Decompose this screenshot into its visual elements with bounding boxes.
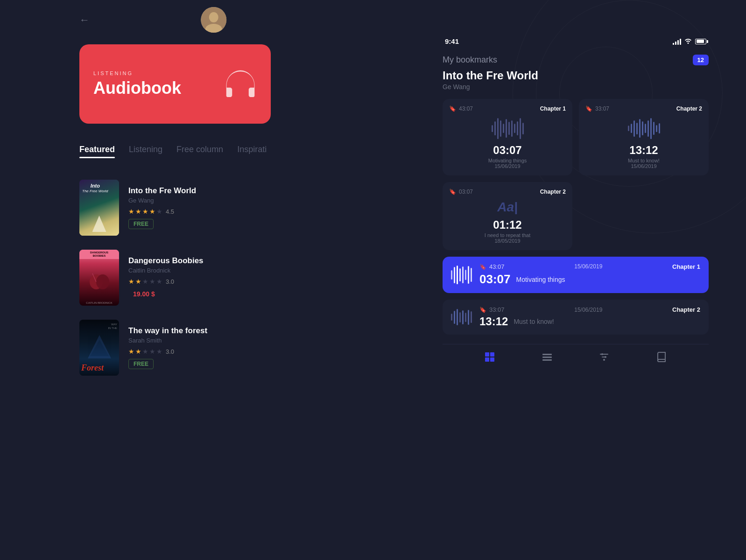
tab-listening[interactable]: Listening [129,145,162,158]
svg-rect-12 [542,354,552,355]
card-bookmark-info: 🔖 03:07 [449,189,473,195]
book-info-2: Dangerous Boobies Caitlin Brodnick ★ ★ ★… [128,256,280,299]
bookmarks-header: My bookmarks 12 [443,55,709,65]
svg-point-4 [96,274,109,289]
card-duration: 43:07 [459,105,473,112]
bookmark-icon: 🔖 [449,189,456,195]
avatar[interactable] [201,7,226,33]
waveform-2 [585,117,702,140]
right-panel: 9:41 My bookmarks 12 Into the Fre World [443,37,709,372]
wide-chapter: Chapter 1 [672,263,700,270]
last-bookmark-card[interactable]: 🔖 33:07 15/06/2019 Chapter 2 13:12 Must … [443,300,709,335]
active-bookmark-card[interactable]: 🔖 43:07 15/06/2019 Chapter 1 03:07 Motiv… [443,257,709,293]
nav-grid[interactable] [482,349,498,368]
card-chapter: Chapter 1 [540,105,566,112]
svg-point-1 [209,12,218,22]
star-2: ★ [135,208,141,215]
rating-stars: ★ ★ ★ ★ ★ 3.0 [128,348,280,355]
rating-stars: ★ ★ ★ ★ ★ 4.5 [128,208,280,215]
tab-inspirati[interactable]: Inspirati [237,145,267,158]
star-4: ★ [149,278,155,285]
card-desc: I need to repeat that [449,232,566,238]
card-bookmark-info: 🔖 33:07 [585,105,609,112]
reading-title: Into the Fre World [443,69,709,82]
wide-2-duration: 33:07 [489,306,505,313]
back-button[interactable]: ← [79,14,90,26]
hero-card: LISTENING Audiobook [79,44,271,124]
card-date: 18/05/2019 [449,238,566,244]
star-2: ★ [135,278,141,285]
svg-point-20 [603,359,605,361]
svg-rect-13 [542,357,552,358]
bookmark-icon: 🔖 [449,105,456,112]
card-desc: Motivating things [449,158,566,163]
wide-2-date: 15/06/2019 [574,307,602,313]
bookmarks-count: 12 [693,55,709,65]
card-header: 🔖 33:07 Chapter 2 [585,105,702,112]
wifi-icon [684,37,692,45]
svg-rect-9 [490,352,494,357]
status-time: 9:41 [445,37,459,45]
bookmark-card-1[interactable]: 🔖 43:07 Chapter 1 03:07 Motivat [443,99,572,175]
star-3: ★ [142,278,148,285]
wide-card-2-info: 🔖 33:07 15/06/2019 Chapter 2 13:12 Must … [479,306,700,328]
wide-2-time: 13:12 [479,315,508,328]
bookmark-card-3[interactable]: 🔖 03:07 Chapter 2 Aa| 01:12 I need to re… [443,182,572,250]
bottom-nav [443,344,709,372]
reading-book-info: Into the Fre World Ge Wang [443,69,709,91]
list-item[interactable]: Into The Free World Into the Fre World G… [79,180,280,236]
wide-card-waveform [451,266,472,284]
wide-card-info: 🔖 43:07 15/06/2019 Chapter 1 03:07 Motiv… [479,263,700,287]
star-4: ★ [149,208,155,215]
card-duration: 33:07 [595,105,609,112]
nav-filter[interactable] [596,349,612,368]
star-2: ★ [135,348,141,355]
card-time: 03:07 [449,144,566,157]
book-info-3: The way in the forest Sarah Smith ★ ★ ★ … [128,326,280,369]
status-icons [673,37,706,45]
price-badge: 19.00 $ [128,289,160,299]
star-1: ★ [128,208,134,215]
headphone-icon [224,69,257,99]
reading-author: Ge Wang [443,83,709,91]
nav-book[interactable] [654,349,669,368]
star-5: ★ [156,348,162,355]
card-time: 13:12 [585,144,702,157]
card-chapter: Chapter 2 [540,189,566,195]
list-item[interactable]: DANGEROUSBOOBIES CAITLIN BRODNICK Danger… [79,250,280,306]
wide-main-time: 03:07 [479,272,511,287]
book-info-1: Into the Fre World Ge Wang ★ ★ ★ ★ ★ 4.5… [128,186,280,229]
wide-2-bookmark-icon: 🔖 [479,307,486,313]
wide-2-desc: Must to know! [514,318,554,325]
tab-free-column[interactable]: Free column [176,145,223,158]
card-date: 15/06/2019 [449,163,566,169]
book-author: Caitlin Brodnick [128,267,280,274]
signal-icon [673,38,681,45]
book-author: Sarah Smith [128,337,280,344]
tab-featured[interactable]: Featured [79,145,115,158]
star-1: ★ [128,278,134,285]
star-3: ★ [142,348,148,355]
book-cover-1: Into The Free World [79,180,119,236]
svg-point-19 [605,356,606,358]
book-author: Ge Wang [128,197,280,204]
wide-card-2-waveform [451,309,472,325]
card-header: 🔖 03:07 Chapter 2 [449,189,566,195]
card-desc: Must to know! [585,158,702,163]
list-item[interactable]: WAYIN THE Forest The way in the forest S… [79,320,280,376]
svg-rect-8 [485,352,489,357]
svg-rect-10 [485,357,489,362]
svg-rect-11 [490,357,494,362]
book-cover-2: DANGEROUSBOOBIES CAITLIN BRODNICK [79,250,119,306]
rating-stars: ★ ★ ★ ★ ★ 3.0 [128,278,280,285]
book-title: Dangerous Boobies [128,256,280,266]
nav-list[interactable] [539,349,555,368]
star-5: ★ [156,278,162,285]
card-duration: 03:07 [459,189,473,195]
book-cover-3: WAYIN THE Forest [79,320,119,376]
bookmark-card-2[interactable]: 🔖 33:07 Chapter 2 13:12 Must to [579,99,709,175]
svg-marker-7 [90,340,109,356]
book-title: Into the Fre World [128,186,280,196]
wide-playback: 03:07 Motivating things [479,272,700,287]
wide-2-chapter: Chapter 2 [672,306,700,313]
